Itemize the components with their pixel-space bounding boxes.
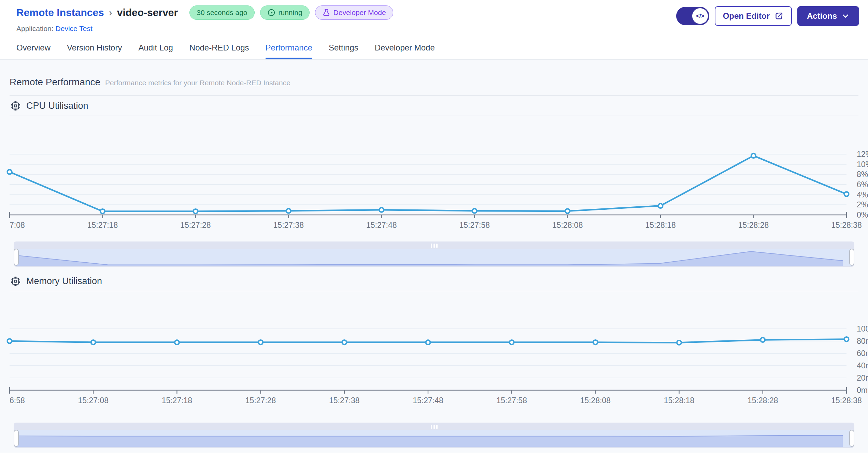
drag-handle-icon[interactable] — [430, 424, 438, 430]
svg-text:4%: 4% — [857, 190, 868, 199]
svg-text:15:27:48: 15:27:48 — [366, 221, 397, 230]
svg-text:15:27:58: 15:27:58 — [459, 221, 490, 230]
svg-text:80mb: 80mb — [857, 337, 868, 346]
svg-text:15:27:48: 15:27:48 — [413, 396, 443, 405]
svg-text:20mb: 20mb — [857, 373, 868, 382]
code-icon: </> — [692, 8, 708, 24]
svg-text:0%: 0% — [857, 210, 868, 219]
open-editor-label: Open Editor — [723, 11, 770, 21]
scrubber-right-handle[interactable] — [849, 249, 854, 266]
page-subtitle: Performance metrics for your Remote Node… — [105, 79, 290, 87]
cpu-section-header: CPU Utilisation — [10, 96, 858, 116]
svg-text:15:28:18: 15:28:18 — [664, 396, 695, 405]
svg-text:15:27:58: 15:27:58 — [496, 396, 527, 405]
svg-text:10%: 10% — [857, 160, 868, 169]
svg-text:15:27:18: 15:27:18 — [162, 396, 193, 405]
tab-node-red-logs[interactable]: Node-RED Logs — [189, 36, 249, 59]
cpu-scrubber-track[interactable] — [16, 249, 852, 266]
header-actions: </> Open Editor Actions — [676, 6, 859, 26]
memory-scrubber-track[interactable] — [16, 430, 852, 447]
cpu-line-chart: 0%2%4%6%8%10%12%7:0815:27:1815:27:2815:2… — [10, 116, 868, 232]
tab-settings[interactable]: Settings — [329, 36, 358, 59]
svg-text:7:08: 7:08 — [10, 221, 25, 230]
flask-icon — [322, 9, 330, 17]
page-title: Remote Performance — [10, 77, 100, 88]
scrubber-right-handle[interactable] — [849, 430, 854, 447]
developer-mode-toggle[interactable]: </> — [676, 7, 709, 25]
developer-mode-badge-label: Developer Mode — [333, 9, 386, 17]
actions-label: Actions — [807, 11, 837, 21]
cpu-section-title: CPU Utilisation — [26, 101, 88, 111]
play-circle-icon — [267, 9, 275, 17]
running-status-label: running — [279, 9, 302, 17]
svg-text:6%: 6% — [857, 180, 868, 189]
svg-text:15:28:08: 15:28:08 — [552, 221, 583, 230]
scrubber-left-handle[interactable] — [14, 430, 19, 447]
tab-version-history[interactable]: Version History — [67, 36, 122, 59]
performance-panel: Remote Performance Performance metrics f… — [0, 59, 868, 453]
svg-text:15:27:28: 15:27:28 — [245, 396, 276, 405]
svg-text:15:28:28: 15:28:28 — [738, 221, 769, 230]
last-seen-badge: 30 seconds ago — [189, 5, 254, 20]
page-header: Remote Instances › video-server 30 secon… — [0, 0, 868, 36]
svg-text:60mb: 60mb — [857, 349, 868, 358]
svg-text:12%: 12% — [857, 150, 868, 159]
running-status-badge: running — [260, 5, 310, 20]
memory-section-title: Memory Utilisation — [26, 276, 102, 287]
svg-text:15:27:38: 15:27:38 — [273, 221, 304, 230]
actions-button[interactable]: Actions — [797, 6, 859, 26]
application-row: Application:Device Test — [16, 25, 393, 33]
tab-developer-mode[interactable]: Developer Mode — [375, 36, 435, 59]
tab-overview[interactable]: Overview — [16, 36, 51, 59]
memory-chart: 0mb20mb40mb60mb80mb100mb6:5815:27:0815:2… — [10, 291, 858, 407]
svg-text:15:27:28: 15:27:28 — [180, 221, 211, 230]
svg-text:8%: 8% — [857, 170, 868, 179]
cpu-chart: 0%2%4%6%8%10%12%7:0815:27:1815:27:2815:2… — [10, 116, 858, 232]
instance-tab-bar: Overview Version History Audit Log Node-… — [0, 36, 868, 59]
application-link[interactable]: Device Test — [56, 25, 93, 32]
svg-text:15:28:08: 15:28:08 — [580, 396, 611, 405]
svg-text:2%: 2% — [857, 200, 868, 209]
svg-text:15:27:18: 15:27:18 — [87, 221, 118, 230]
section-heading-row: Remote Performance Performance metrics f… — [10, 60, 858, 88]
breadcrumb-separator: › — [109, 7, 112, 18]
cpu-chart-scrubber[interactable] — [14, 241, 854, 267]
tab-audit-log[interactable]: Audit Log — [138, 36, 173, 59]
tab-performance[interactable]: Performance — [266, 36, 312, 59]
cpu-chip-icon — [10, 276, 21, 287]
breadcrumb-parent-link[interactable]: Remote Instances — [16, 7, 104, 18]
memory-chart-scrubber[interactable] — [14, 423, 854, 448]
external-link-icon — [774, 11, 784, 21]
page-title-instance-name: video-server — [117, 7, 178, 18]
chevron-down-icon — [841, 12, 850, 20]
svg-text:15:27:38: 15:27:38 — [329, 396, 360, 405]
memory-scrubber-area — [16, 430, 843, 447]
header-left: Remote Instances › video-server 30 secon… — [16, 5, 393, 33]
memory-line-chart: 0mb20mb40mb60mb80mb100mb6:5815:27:0815:2… — [10, 291, 868, 407]
application-label: Application: — [16, 25, 54, 32]
open-editor-button[interactable]: Open Editor — [715, 6, 792, 26]
status-badges: 30 seconds ago running Developer Mode — [189, 5, 393, 20]
svg-text:15:28:28: 15:28:28 — [748, 396, 778, 405]
breadcrumb: Remote Instances › video-server 30 secon… — [16, 5, 393, 20]
developer-mode-badge: Developer Mode — [315, 5, 393, 20]
svg-text:15:28:38: 15:28:38 — [831, 396, 862, 405]
cpu-chip-icon — [10, 101, 21, 111]
svg-text:0mb: 0mb — [857, 386, 868, 395]
svg-text:15:28:38: 15:28:38 — [831, 221, 862, 230]
svg-text:6:58: 6:58 — [10, 396, 25, 405]
svg-text:15:28:18: 15:28:18 — [645, 221, 676, 230]
svg-text:100mb: 100mb — [857, 324, 868, 333]
last-seen-badge-label: 30 seconds ago — [197, 9, 247, 17]
drag-handle-icon[interactable] — [430, 243, 438, 249]
memory-section-header: Memory Utilisation — [10, 271, 858, 291]
svg-text:40mb: 40mb — [857, 361, 868, 370]
scrubber-left-handle[interactable] — [14, 249, 19, 266]
cpu-scrubber-area — [16, 249, 843, 266]
svg-text:15:27:08: 15:27:08 — [78, 396, 109, 405]
